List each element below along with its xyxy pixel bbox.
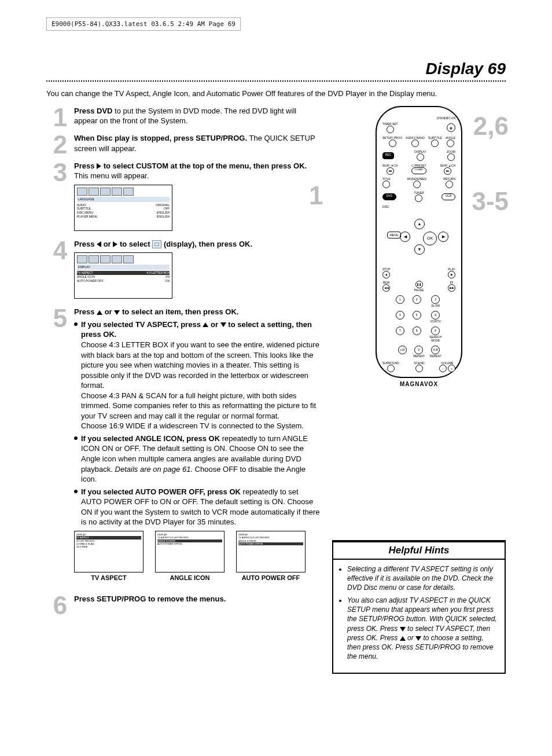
skip-up-button[interactable]: ⏭ xyxy=(444,167,451,175)
bullet-icon xyxy=(74,490,78,493)
angle-button[interactable] xyxy=(447,140,454,147)
bullet-tv-aspect: If you selected TV ASPECT, press or to s… xyxy=(74,320,321,431)
osd-display-screenshot: DISPLAY TV ASPECT4:3 LETTER BOX ANGLE IC… xyxy=(74,252,172,299)
subtitle-button[interactable] xyxy=(431,140,439,147)
timer-button[interactable] xyxy=(387,126,394,133)
play-button[interactable]: ▶ xyxy=(448,271,455,278)
right-arrow-icon xyxy=(97,163,101,169)
setup-prog-button[interactable] xyxy=(389,140,396,147)
osd-language-screenshot: LANGUAGE AUDIOORIGINAL SUBTITLEOFF DISC … xyxy=(74,185,172,231)
step-4: 4 Press or to select (display), then pre… xyxy=(46,239,321,303)
ok-button[interactable]: OK xyxy=(423,232,437,245)
down-button[interactable]: ▼ xyxy=(414,244,425,255)
skip-down-button[interactable]: ⏮ xyxy=(387,167,394,175)
clear-button[interactable]: CLEAR xyxy=(411,167,426,174)
up-button[interactable]: ▲ xyxy=(414,219,425,229)
down-arrow-icon xyxy=(400,627,406,632)
number-pad: 1 2 3SLOW 4 5 6VCR/TV 7 8 9SEARCH MODE +… xyxy=(396,295,442,358)
display-icon xyxy=(152,240,161,248)
right-button[interactable]: ▶ xyxy=(438,232,448,242)
rew-button[interactable]: ◀◀ xyxy=(382,284,390,292)
hints-title: Helpful Hints xyxy=(333,541,505,560)
surround-button[interactable] xyxy=(387,365,395,372)
step-6: 6 Press SETUP/PROG to remove the menus. xyxy=(46,594,321,617)
vol-up-button[interactable]: + xyxy=(448,365,455,372)
step-number: 3 xyxy=(46,161,74,184)
down-arrow-icon xyxy=(114,310,120,315)
tv-aspect-p2: Choose 4:3 PAN & SCAN for a full height … xyxy=(81,391,321,421)
title-button[interactable] xyxy=(382,181,390,188)
caption-tv-aspect: TV ASPECT xyxy=(74,574,143,582)
tv-aspect-p3: Choose 16:9 WIDE if a widescreen TV is c… xyxy=(81,421,321,431)
mini-angle-icon: DISPLAY TV ASPECT4:3 LETTER BOX ANGLE IC… xyxy=(155,531,225,572)
num-1-button[interactable]: 1 xyxy=(396,295,404,304)
menu-button[interactable]: MENU xyxy=(387,232,401,238)
num-7-button[interactable]: 7 xyxy=(396,326,404,335)
num-3-button[interactable]: 3 xyxy=(431,295,440,304)
step-2-bold: When Disc play is stopped, press SETUP/P… xyxy=(74,134,247,142)
step-1: 1 Press DVD to put the System in DVD mod… xyxy=(46,106,321,129)
ab-button[interactable]: A-B xyxy=(431,346,440,354)
step-number: 4 xyxy=(46,239,74,262)
tuner-button[interactable] xyxy=(415,194,422,202)
down-arrow-icon xyxy=(415,636,421,641)
bullet-icon xyxy=(74,322,78,326)
step-number: 1 xyxy=(46,106,74,129)
audio-band-button[interactable] xyxy=(411,140,419,147)
up-arrow-icon xyxy=(97,310,102,315)
vcr-button[interactable]: VCR xyxy=(441,193,455,200)
step-number: 6 xyxy=(46,594,74,617)
sound-button[interactable] xyxy=(415,365,423,372)
return-button[interactable] xyxy=(446,181,453,188)
helpful-hints-box: Helpful Hints Selecting a different TV A… xyxy=(332,540,506,674)
step-3: 3 Press to select CUSTOM at the top of t… xyxy=(46,161,321,234)
num-2-button[interactable]: 2 xyxy=(413,295,421,304)
step-6-bold: Press SETUP/PROG to remove the menus. xyxy=(74,594,226,603)
page-title: Display 69 xyxy=(46,60,506,78)
stop-button[interactable]: ■ xyxy=(382,271,390,278)
step-3-c: This menu will appear. xyxy=(74,171,149,180)
up-arrow-icon xyxy=(400,636,406,641)
left-button[interactable]: ◀ xyxy=(400,232,410,242)
num-8-button[interactable]: 8 xyxy=(413,326,421,335)
hint-2: You also can adjust TV ASPECT in the QUI… xyxy=(347,596,499,661)
step-1-bold: Press DVD xyxy=(74,107,112,115)
standby-label: STANDBY-ON xyxy=(382,116,455,120)
modespeed-button[interactable] xyxy=(413,181,421,188)
step-5-head-c: to select an item, then press OK. xyxy=(122,307,239,316)
step-4-b: or xyxy=(104,240,113,248)
up-arrow-icon xyxy=(203,322,208,327)
rec-button[interactable]: REC xyxy=(382,152,394,159)
hint-1: Selecting a different TV ASPECT setting … xyxy=(347,564,499,593)
dvd-button[interactable]: DVD xyxy=(382,193,396,200)
num-0-button[interactable]: 0 xyxy=(414,346,423,354)
caption-auto-power-off: AUTO POWER OFF xyxy=(236,574,306,582)
left-arrow-icon xyxy=(97,241,101,247)
caption-angle-icon: ANGLE ICON xyxy=(155,574,225,582)
zoom-button[interactable] xyxy=(447,153,455,161)
bullet-icon xyxy=(74,436,78,440)
dpad: MENU ▲ ▼ ◀ ▶ OK xyxy=(393,212,445,264)
mini-captions: TV ASPECT ANGLE ICON AUTO POWER OFF xyxy=(74,574,321,582)
step-3-b: to select CUSTOM at the top of the menu,… xyxy=(104,162,307,170)
num-4-button[interactable]: 4 xyxy=(396,311,404,320)
intro-text: You can change the TV Aspect, Angle Icon… xyxy=(46,89,506,99)
callout-1: 1 xyxy=(309,181,323,210)
ff-button[interactable]: ▶▶ xyxy=(448,284,455,292)
num-5-button[interactable]: 5 xyxy=(413,311,421,320)
tv-aspect-p1: Choose 4:3 LETTER BOX if you want to see… xyxy=(81,340,321,391)
step-4-a: Press xyxy=(74,240,97,248)
step-5-head-b: or xyxy=(105,307,115,316)
vol-down-button[interactable]: − xyxy=(439,365,447,372)
mini-screenshots-row: DISPLAY TV ASPECT 4:3 LETTER BOX 4:3 PAN… xyxy=(74,531,321,572)
display-button[interactable] xyxy=(417,153,424,161)
pause-button[interactable]: ❚❚ xyxy=(415,281,423,288)
callout-2-6: 2,6 xyxy=(473,112,509,141)
plus10-button[interactable]: +10 xyxy=(398,346,407,354)
num-9-button[interactable]: 9 xyxy=(431,326,440,335)
num-6-button[interactable]: 6 xyxy=(431,311,440,320)
step-number: 2 xyxy=(46,133,74,156)
step-2: 2 When Disc play is stopped, press SETUP… xyxy=(46,133,321,156)
standby-button[interactable]: ⏻ xyxy=(447,123,455,132)
mini-tv-aspect: DISPLAY TV ASPECT 4:3 LETTER BOX 4:3 PAN… xyxy=(74,531,143,572)
